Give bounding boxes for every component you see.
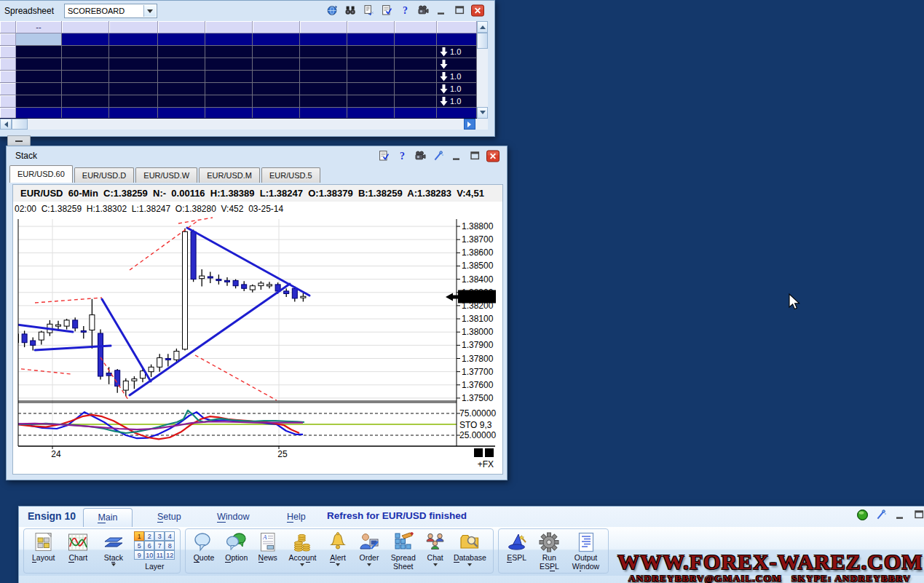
tab-eur-usd-d[interactable]: EUR/USD.D xyxy=(74,167,135,183)
grid-cell[interactable] xyxy=(16,46,62,58)
tab-eur-usd-m[interactable]: EUR/USD.M xyxy=(199,167,260,183)
column-header[interactable] xyxy=(62,21,109,33)
grid-cell[interactable] xyxy=(437,33,477,46)
grid-cell[interactable] xyxy=(347,83,395,95)
menu-setup[interactable]: Setup xyxy=(157,512,181,522)
layer-selector[interactable]: 123456789101112Layer xyxy=(132,530,178,572)
chart-button[interactable]: Chart xyxy=(61,530,96,572)
row-header[interactable] xyxy=(0,95,16,108)
grid-cell[interactable]: 1.0 xyxy=(437,83,477,95)
price-chart[interactable]: 1.388001.387001.386001.385001.384001.383… xyxy=(13,216,501,473)
grid-cell[interactable] xyxy=(205,46,253,58)
row-header[interactable] xyxy=(0,58,16,71)
grid-cell[interactable] xyxy=(300,108,347,118)
row-header[interactable] xyxy=(0,71,16,83)
row-header[interactable] xyxy=(0,108,16,118)
spread-sheet-button[interactable]: SpreadSheet xyxy=(385,530,422,572)
grid-cell[interactable] xyxy=(347,95,395,108)
grid-cell[interactable]: 1.0 xyxy=(437,46,477,58)
minimize-button[interactable] xyxy=(450,149,463,162)
grid-cell[interactable] xyxy=(62,83,109,95)
grid-cell[interactable] xyxy=(62,71,109,83)
grid-cell[interactable] xyxy=(300,83,347,95)
grid-cell[interactable] xyxy=(300,58,347,71)
hscroll-thumb[interactable] xyxy=(12,119,28,130)
grid-cell[interactable] xyxy=(109,108,158,118)
stack-titlebar[interactable]: Stack ? xyxy=(7,146,507,165)
horizontal-scrollbar[interactable] xyxy=(0,119,488,130)
spreadsheet-grid[interactable]: --1.01.01.01.0 xyxy=(0,21,477,119)
grid-cell[interactable] xyxy=(347,33,395,46)
account-button[interactable]: Account xyxy=(283,530,323,572)
grid-cell[interactable] xyxy=(158,108,205,118)
close-button[interactable] xyxy=(486,149,499,162)
quote-button[interactable]: Quote xyxy=(188,530,220,572)
row-header[interactable] xyxy=(0,46,16,58)
menu-help[interactable]: Help xyxy=(287,512,306,522)
grid-cell[interactable] xyxy=(300,95,347,108)
order-button[interactable]: Order xyxy=(353,530,385,572)
grid-cell[interactable] xyxy=(347,71,395,83)
grid-cell[interactable] xyxy=(205,95,253,108)
column-header[interactable] xyxy=(395,21,437,33)
grid-cell[interactable] xyxy=(253,95,300,108)
column-header[interactable] xyxy=(205,21,253,33)
wand-button[interactable] xyxy=(875,509,888,524)
layer-2[interactable]: 2 xyxy=(144,531,154,541)
grid-cell[interactable] xyxy=(62,58,109,71)
column-header[interactable] xyxy=(437,21,477,33)
grid-cell[interactable] xyxy=(205,33,253,46)
grid-cell[interactable] xyxy=(16,95,62,108)
layer-8[interactable]: 8 xyxy=(165,541,175,550)
layout-button[interactable]: Layout xyxy=(26,530,61,572)
grid-cell[interactable] xyxy=(395,83,437,95)
database-button[interactable]: Database xyxy=(449,530,491,572)
layer-4[interactable]: 4 xyxy=(165,531,175,541)
grid-cell[interactable] xyxy=(205,71,253,83)
grid-cell[interactable] xyxy=(158,83,205,95)
grid-cell[interactable] xyxy=(347,58,395,71)
alert-button[interactable]: Alert xyxy=(323,530,353,572)
tab-eur-usd-w[interactable]: EUR/USD.W xyxy=(135,167,197,183)
grid-cell[interactable] xyxy=(253,33,300,46)
grid-cell[interactable] xyxy=(205,108,253,118)
layer-1[interactable]: 1 xyxy=(134,531,144,541)
minimize-button[interactable] xyxy=(894,509,907,524)
tab-eur-usd-60[interactable]: EUR/USD.60 xyxy=(9,165,73,183)
maximize-button[interactable] xyxy=(453,4,466,17)
column-header[interactable] xyxy=(109,21,158,33)
maximize-button[interactable] xyxy=(913,509,924,524)
grid-cell[interactable] xyxy=(347,108,395,118)
output-window-button[interactable]: OutputWindow xyxy=(566,530,606,572)
grid-cell[interactable] xyxy=(395,95,437,108)
news-button[interactable]: ANews xyxy=(253,530,283,572)
grid-cell[interactable] xyxy=(16,58,62,71)
grid-cell[interactable] xyxy=(62,46,109,58)
grid-cell[interactable] xyxy=(158,46,205,58)
layer-7[interactable]: 7 xyxy=(154,541,165,550)
grid-cell[interactable] xyxy=(437,108,477,118)
stack-button[interactable]: Stack xyxy=(95,530,132,572)
menu-window[interactable]: Window xyxy=(217,512,249,522)
column-header[interactable] xyxy=(347,21,395,33)
grid-cell[interactable] xyxy=(300,33,347,46)
grid-cell[interactable] xyxy=(158,95,205,108)
grid-cell[interactable] xyxy=(109,83,158,95)
grid-cell[interactable]: 1.0 xyxy=(437,71,477,83)
grid-cell[interactable] xyxy=(253,46,300,58)
maximize-button[interactable] xyxy=(468,149,481,162)
grid-cell[interactable]: 1.0 xyxy=(437,95,477,108)
grid-cell[interactable] xyxy=(62,33,109,46)
grid-cell[interactable] xyxy=(253,58,300,71)
grid-cell[interactable] xyxy=(109,95,158,108)
grid-cell[interactable] xyxy=(253,108,300,118)
grid-cell[interactable] xyxy=(437,58,477,71)
tab-eur-usd-5[interactable]: EUR/USD.5 xyxy=(261,167,320,183)
layer-10[interactable]: 10 xyxy=(144,550,154,560)
close-button[interactable] xyxy=(471,4,484,17)
grid-cell[interactable] xyxy=(109,46,158,58)
column-header[interactable] xyxy=(158,21,205,33)
espl-button[interactable]: ESPL xyxy=(501,530,533,572)
grid-cell[interactable] xyxy=(347,46,395,58)
scroll-right-button[interactable] xyxy=(464,119,475,130)
